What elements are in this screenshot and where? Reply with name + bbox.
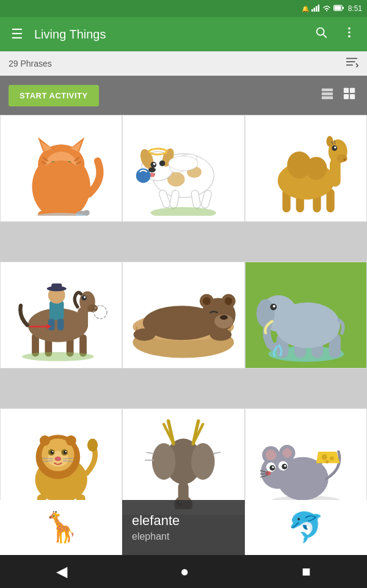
svg-point-4 bbox=[326, 10, 327, 11]
svg-point-61 bbox=[159, 160, 165, 166]
svg-point-122 bbox=[225, 297, 233, 305]
svg-point-76 bbox=[305, 157, 327, 180]
svg-point-69 bbox=[151, 207, 216, 216]
svg-point-152 bbox=[52, 451, 53, 452]
svg-point-12 bbox=[348, 35, 351, 38]
svg-rect-1 bbox=[313, 7, 315, 12]
svg-point-96 bbox=[84, 296, 85, 298]
svg-point-188 bbox=[272, 466, 274, 468]
svg-rect-20 bbox=[350, 88, 355, 93]
svg-rect-100 bbox=[51, 284, 62, 290]
svg-rect-101 bbox=[48, 318, 55, 330]
svg-point-163 bbox=[152, 443, 175, 480]
time: 8:51 bbox=[348, 4, 362, 13]
svg-point-116 bbox=[134, 328, 156, 340]
svg-point-164 bbox=[191, 443, 214, 480]
grid-item-cat[interactable] bbox=[0, 115, 122, 222]
svg-point-159 bbox=[40, 435, 50, 446]
grid-item-bird[interactable] bbox=[122, 408, 244, 515]
svg-point-197 bbox=[325, 460, 329, 464]
svg-point-189 bbox=[284, 465, 286, 466]
svg-point-160 bbox=[66, 435, 76, 446]
svg-line-174 bbox=[147, 452, 154, 454]
app-bar: ☰ Living Things bbox=[0, 17, 367, 51]
svg-point-134 bbox=[272, 305, 275, 307]
svg-point-182 bbox=[265, 450, 276, 461]
svg-point-48 bbox=[84, 210, 90, 216]
svg-rect-7 bbox=[343, 7, 344, 9]
svg-point-93 bbox=[87, 304, 98, 312]
svg-point-154 bbox=[54, 457, 61, 461]
svg-point-121 bbox=[203, 297, 211, 305]
recents-button[interactable]: ■ bbox=[297, 558, 316, 585]
svg-rect-0 bbox=[311, 9, 313, 12]
battery-icon bbox=[333, 4, 344, 13]
sort-icon[interactable] bbox=[345, 56, 358, 70]
svg-point-183 bbox=[282, 448, 292, 458]
svg-rect-22 bbox=[350, 94, 355, 99]
svg-point-10 bbox=[348, 28, 351, 30]
tooltip-secondary-text: elephant bbox=[132, 531, 235, 542]
svg-rect-19 bbox=[344, 88, 349, 93]
view-toggle bbox=[318, 84, 358, 106]
svg-rect-16 bbox=[322, 89, 333, 92]
svg-point-196 bbox=[330, 457, 334, 461]
grid-item-elephant[interactable] bbox=[245, 262, 367, 369]
svg-rect-17 bbox=[322, 92, 333, 95]
tooltip-left-animal[interactable]: 🦒 bbox=[0, 500, 122, 555]
tooltip-text[interactable]: elefante elephant bbox=[122, 500, 245, 555]
grid-item-bear[interactable] bbox=[122, 262, 244, 369]
svg-point-79 bbox=[336, 154, 347, 162]
svg-rect-18 bbox=[322, 97, 333, 100]
signal-icon bbox=[311, 4, 320, 13]
svg-point-82 bbox=[343, 158, 346, 161]
more-options-icon[interactable] bbox=[339, 22, 360, 46]
svg-point-62 bbox=[153, 163, 156, 166]
nav-bar: ◀ ● ■ bbox=[0, 555, 367, 588]
wifi-icon bbox=[322, 4, 331, 13]
svg-point-11 bbox=[348, 31, 351, 34]
grid-item-dog[interactable] bbox=[122, 115, 244, 222]
grid-view-button[interactable] bbox=[340, 84, 358, 106]
tooltip-primary-text: elefante bbox=[132, 513, 235, 529]
svg-rect-6 bbox=[334, 6, 341, 10]
svg-rect-3 bbox=[318, 4, 319, 12]
bottom-tooltip: 🦒 elefante elephant 🐬 bbox=[0, 500, 367, 555]
tooltip-right-animal[interactable]: 🐬 bbox=[245, 500, 367, 555]
svg-point-124 bbox=[220, 315, 228, 320]
status-bar: 🔔 8:51 bbox=[0, 0, 367, 17]
svg-rect-102 bbox=[57, 318, 64, 330]
back-button[interactable]: ◀ bbox=[51, 558, 72, 585]
svg-point-106 bbox=[94, 306, 107, 318]
svg-point-43 bbox=[35, 160, 86, 216]
menu-icon[interactable]: ☰ bbox=[7, 23, 27, 46]
svg-point-105 bbox=[22, 352, 94, 361]
grid-item-horse-with-rider[interactable] bbox=[0, 262, 122, 369]
status-icons: 🔔 8:51 bbox=[302, 4, 362, 13]
start-activity-button[interactable]: START ACTIVITY bbox=[9, 85, 99, 106]
svg-point-195 bbox=[321, 454, 327, 460]
search-icon[interactable] bbox=[311, 22, 332, 46]
svg-point-150 bbox=[51, 450, 54, 454]
page-title: Living Things bbox=[34, 28, 303, 42]
svg-point-67 bbox=[169, 156, 198, 171]
grid-item-camel[interactable] bbox=[245, 115, 367, 222]
svg-point-63 bbox=[148, 167, 156, 172]
svg-line-176 bbox=[213, 452, 221, 454]
home-button[interactable]: ● bbox=[175, 558, 194, 585]
phrase-count: 29 Phrases bbox=[9, 59, 52, 68]
action-bar: START ACTIVITY bbox=[0, 76, 367, 115]
grid-item-mouse[interactable] bbox=[245, 408, 367, 515]
notification-icon: 🔔 bbox=[302, 6, 309, 12]
phrase-bar: 29 Phrases bbox=[0, 51, 367, 76]
svg-rect-21 bbox=[344, 94, 349, 99]
svg-rect-2 bbox=[316, 6, 318, 12]
svg-line-9 bbox=[323, 34, 326, 37]
svg-point-153 bbox=[65, 451, 67, 452]
grid-item-lion[interactable] bbox=[0, 408, 122, 515]
svg-point-81 bbox=[334, 147, 336, 149]
svg-point-151 bbox=[64, 450, 67, 454]
animal-grid bbox=[0, 115, 367, 555]
list-view-button[interactable] bbox=[318, 84, 336, 106]
svg-point-136 bbox=[87, 439, 98, 452]
